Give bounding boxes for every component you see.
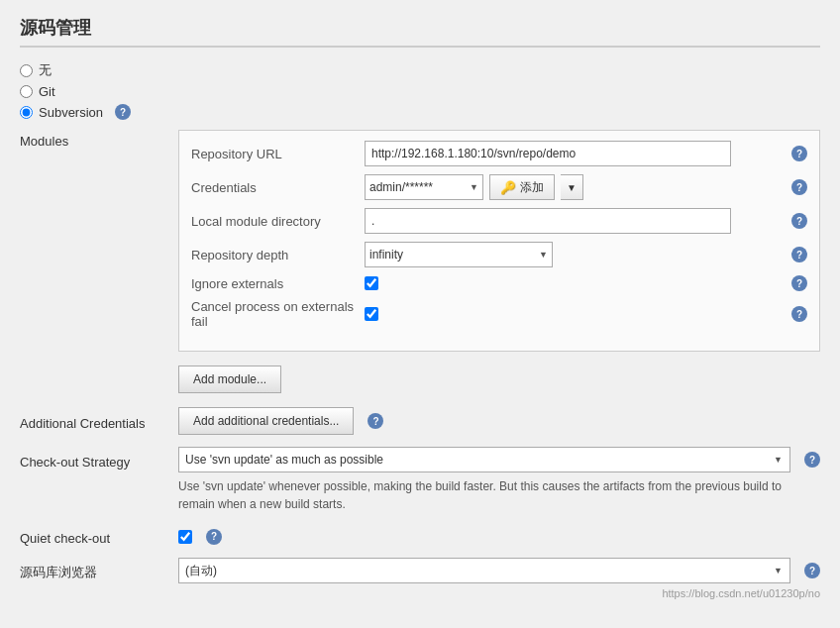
scm-none-radio[interactable] — [20, 64, 33, 77]
additional-credentials-label: Additional Credentials — [20, 412, 178, 431]
credentials-select[interactable]: admin/****** — [365, 174, 483, 200]
repo-url-help-icon[interactable]: ? — [791, 146, 807, 161]
subversion-help-icon[interactable]: ? — [115, 104, 131, 120]
scm-git-radio[interactable] — [20, 85, 33, 98]
scm-none-option[interactable]: 无 — [20, 61, 820, 79]
modules-section: Modules Repository URL ? Credenti — [20, 130, 820, 393]
ignore-externals-help-icon[interactable]: ? — [791, 275, 807, 291]
repo-url-row: Repository URL ? — [191, 141, 807, 166]
credentials-control: admin/****** 🔑 添加 ▼ — [365, 174, 786, 200]
modules-label: Modules — [20, 130, 178, 149]
checkout-strategy-help-icon[interactable]: ? — [804, 452, 820, 468]
modules-box: Repository URL ? Credentials — [178, 130, 820, 352]
credentials-help-icon[interactable]: ? — [791, 179, 807, 195]
additional-credentials-help-icon[interactable]: ? — [368, 413, 383, 429]
add-additional-credentials-button[interactable]: Add additional credentials... — [178, 407, 354, 435]
quiet-checkout-label: Quiet check-out — [20, 527, 178, 546]
checkout-strategy-section: Check-out Strategy Use 'svn update' as m… — [20, 447, 820, 513]
repo-url-control — [365, 141, 786, 166]
additional-credentials-content: Add additional credentials... ? — [178, 407, 820, 435]
local-module-control — [365, 208, 786, 234]
svn-browser-select-wrapper: (自动) Assembla CollabNet FishEye SVNWeb V… — [178, 558, 790, 583]
add-module-button[interactable]: Add module... — [178, 366, 281, 393]
modules-content: Repository URL ? Credentials — [178, 130, 820, 393]
local-module-row: Local module directory ? — [191, 208, 807, 234]
repo-depth-select[interactable]: infinity immediates files empty — [365, 242, 553, 267]
credentials-select-wrapper: admin/****** — [365, 174, 483, 200]
credentials-inner: Credentials admin/****** 🔑 添加 — [191, 174, 786, 200]
svn-browser-content: (自动) Assembla CollabNet FishEye SVNWeb V… — [178, 558, 820, 583]
repo-url-input[interactable] — [365, 141, 731, 166]
key-icon: 🔑 — [500, 180, 516, 195]
quiet-checkout-section: Quiet check-out ? — [20, 527, 820, 546]
scm-git-label: Git — [39, 84, 55, 99]
repo-url-inner: Repository URL — [191, 141, 786, 166]
local-module-input[interactable] — [365, 208, 731, 234]
cancel-externals-help-icon[interactable]: ? — [791, 306, 807, 322]
repo-depth-inner: Repository depth infinity immediates fil… — [191, 242, 786, 267]
watermark: https://blog.csdn.net/u01230p/no — [20, 587, 820, 599]
repo-url-label: Repository URL — [191, 147, 365, 161]
local-module-help-icon[interactable]: ? — [791, 213, 807, 229]
checkout-strategy-row: Check-out Strategy Use 'svn update' as m… — [20, 447, 820, 472]
additional-credentials-section: Additional Credentials Add additional cr… — [20, 407, 820, 435]
svn-browser-select[interactable]: (自动) Assembla CollabNet FishEye SVNWeb V… — [178, 558, 790, 583]
local-module-inner: Local module directory — [191, 208, 786, 234]
cancel-externals-inner: Cancel process on externals fail — [191, 299, 786, 329]
scm-radio-group: 无 Git Subversion ? — [20, 61, 820, 120]
cancel-externals-label: Cancel process on externals fail — [191, 299, 365, 329]
repo-depth-row: Repository depth infinity immediates fil… — [191, 242, 807, 267]
repo-depth-help-icon[interactable]: ? — [791, 247, 807, 262]
scm-git-option[interactable]: Git — [20, 84, 820, 99]
svn-browser-help-icon[interactable]: ? — [804, 563, 820, 578]
repo-depth-label: Repository depth — [191, 248, 365, 262]
checkout-strategy-label: Check-out Strategy — [20, 451, 178, 470]
scm-subversion-option[interactable]: Subversion ? — [20, 104, 820, 120]
quiet-checkout-checkbox[interactable] — [178, 530, 192, 544]
ignore-externals-control — [365, 276, 786, 290]
scm-subversion-label: Subversion — [39, 105, 103, 120]
checkout-select-wrapper: Use 'svn update' as much as possible Alw… — [178, 447, 790, 472]
page-title: 源码管理 — [20, 16, 820, 48]
credentials-add-dropdown[interactable]: ▼ — [561, 174, 583, 200]
checkout-strategy-content: Use 'svn update' as much as possible Alw… — [178, 447, 820, 472]
page-container: 源码管理 无 Git Subversion ? Modules Reposito… — [0, 0, 840, 628]
repo-depth-control: infinity immediates files empty — [365, 242, 786, 267]
credentials-row: Credentials admin/****** 🔑 添加 — [191, 174, 807, 200]
ignore-externals-inner: Ignore externals — [191, 276, 786, 291]
ignore-externals-row: Ignore externals ? — [191, 275, 807, 291]
local-module-label: Local module directory — [191, 214, 365, 229]
cancel-externals-checkbox[interactable] — [365, 307, 378, 321]
cancel-externals-control — [365, 307, 786, 321]
checkout-strategy-description: Use 'svn update' whenever possible, maki… — [20, 477, 820, 513]
ignore-externals-label: Ignore externals — [191, 276, 365, 291]
svn-browser-label: 源码库浏览器 — [20, 560, 178, 581]
credentials-add-button[interactable]: 🔑 添加 — [489, 174, 555, 200]
cancel-externals-row: Cancel process on externals fail ? — [191, 299, 807, 329]
scm-subversion-radio[interactable] — [20, 106, 33, 119]
quiet-checkout-content: ? — [178, 529, 820, 545]
scm-none-label: 无 — [39, 61, 52, 79]
checkout-strategy-select[interactable]: Use 'svn update' as much as possible Alw… — [178, 447, 790, 472]
repo-depth-select-wrapper: infinity immediates files empty — [365, 242, 553, 267]
ignore-externals-checkbox[interactable] — [365, 276, 378, 290]
svn-browser-section: 源码库浏览器 (自动) Assembla CollabNet FishEye S… — [20, 558, 820, 583]
credentials-label: Credentials — [191, 180, 365, 195]
quiet-checkout-help-icon[interactable]: ? — [206, 529, 222, 545]
